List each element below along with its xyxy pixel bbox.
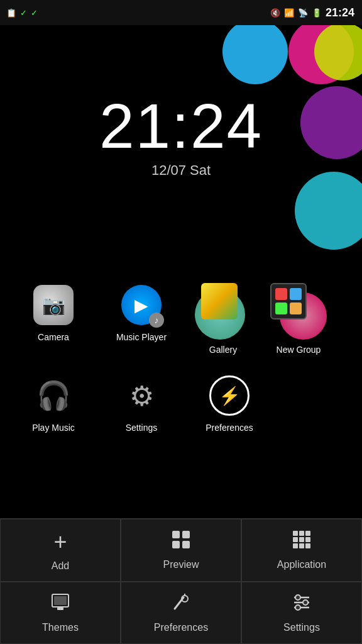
preferences-label: Preferences bbox=[206, 423, 253, 433]
battery-icon: 🔋 bbox=[312, 8, 322, 18]
gallery-flower bbox=[201, 283, 238, 319]
music-player-icon: ▶ bbox=[121, 285, 162, 325]
svg-point-1 bbox=[222, 25, 288, 84]
clock-status: 21:24 bbox=[326, 6, 354, 19]
svg-rect-13 bbox=[299, 537, 304, 542]
app-grid: 📷 Camera ▶ Music Player Gallery bbox=[0, 277, 362, 458]
app-music-player[interactable]: ▶ Music Player bbox=[107, 283, 176, 355]
svg-rect-7 bbox=[172, 541, 180, 548]
signal-icon: 📡 bbox=[298, 8, 308, 18]
toolbar-themes[interactable]: Themes bbox=[0, 582, 121, 645]
status-bar: 📋 ✓ ✓ 🔇 📶 📡 🔋 21:24 bbox=[0, 0, 362, 25]
gallery-img-icon bbox=[201, 283, 238, 319]
svg-point-28 bbox=[295, 605, 300, 610]
notification-icon: 📋 bbox=[6, 8, 16, 18]
clock-time: 21:24 bbox=[0, 94, 362, 157]
preferences-toolbar-label: Preferences bbox=[154, 622, 208, 633]
new-group-label: New Group bbox=[277, 345, 321, 355]
settings-label: Settings bbox=[126, 423, 158, 433]
camera-icon: 📷 bbox=[33, 285, 74, 325]
settings-toolbar-label: Settings bbox=[283, 622, 320, 633]
svg-rect-19 bbox=[54, 596, 67, 605]
toolbar-preferences[interactable]: Preferences bbox=[121, 582, 241, 645]
svg-point-2 bbox=[314, 25, 362, 80]
themes-label: Themes bbox=[42, 622, 79, 633]
ng-dot-3 bbox=[275, 303, 287, 314]
application-icon bbox=[292, 530, 312, 554]
check-icon: ✓ bbox=[20, 8, 27, 18]
ng-dot-1 bbox=[275, 288, 287, 300]
new-group-icon-wrapper bbox=[270, 283, 327, 340]
preview-label: Preview bbox=[163, 559, 199, 570]
svg-rect-11 bbox=[305, 531, 310, 536]
svg-point-4 bbox=[295, 172, 362, 250]
svg-rect-20 bbox=[57, 608, 63, 610]
app-camera[interactable]: 📷 Camera bbox=[19, 283, 88, 355]
application-label: Application bbox=[277, 559, 326, 570]
play-music-label: Play Music bbox=[32, 423, 75, 433]
play-music-icon-wrapper: 🎧 bbox=[31, 374, 75, 418]
clock-area: 21:24 12/07 Sat bbox=[0, 94, 362, 179]
preferences-toolbar-icon bbox=[171, 592, 191, 617]
themes-icon bbox=[50, 592, 70, 617]
settings-icon-wrapper: ⚙ bbox=[119, 374, 163, 418]
toolbar-application[interactable]: Application bbox=[241, 519, 362, 582]
gallery-label: Gallery bbox=[209, 345, 237, 355]
gallery-blob bbox=[195, 283, 251, 340]
ng-dot-4 bbox=[290, 303, 302, 314]
add-icon: + bbox=[53, 529, 67, 555]
app-gallery[interactable]: Gallery bbox=[195, 283, 251, 355]
svg-rect-6 bbox=[182, 531, 190, 538]
settings-toolbar-icon bbox=[292, 592, 312, 617]
app-preferences[interactable]: ⚡ Preferences bbox=[195, 374, 264, 433]
toolbar-preview[interactable]: Preview bbox=[121, 519, 241, 582]
app-row-2: 🎧 Play Music ⚙ Settings ⚡ Preferences bbox=[13, 374, 349, 433]
preferences-icon: ⚡ bbox=[209, 375, 250, 416]
svg-point-0 bbox=[288, 25, 354, 84]
app-new-group[interactable]: New Group bbox=[270, 283, 327, 355]
svg-rect-15 bbox=[293, 543, 298, 548]
status-right-icons: 🔇 📶 📡 🔋 21:24 bbox=[270, 6, 354, 19]
play-music-icon: 🎧 bbox=[33, 375, 74, 416]
add-label: Add bbox=[52, 560, 69, 572]
new-group-img-icon bbox=[270, 283, 307, 319]
svg-rect-16 bbox=[299, 543, 304, 548]
app-settings[interactable]: ⚙ Settings bbox=[107, 374, 176, 433]
svg-rect-8 bbox=[182, 541, 190, 548]
new-group-blob bbox=[270, 283, 327, 340]
app-row-1: 📷 Camera ▶ Music Player Gallery bbox=[13, 283, 349, 355]
camera-label: Camera bbox=[38, 332, 69, 342]
status-left-icons: 📋 ✓ ✓ bbox=[6, 8, 38, 18]
svg-rect-10 bbox=[299, 531, 304, 536]
wifi-icon: 📶 bbox=[284, 8, 294, 18]
toolbar-settings[interactable]: Settings bbox=[241, 582, 362, 645]
ng-dot-2 bbox=[290, 288, 302, 300]
preferences-icon-wrapper: ⚡ bbox=[207, 374, 251, 418]
svg-rect-17 bbox=[305, 543, 310, 548]
preview-icon bbox=[171, 530, 191, 554]
camera-icon-wrapper: 📷 bbox=[31, 283, 75, 327]
settings-icon: ⚙ bbox=[121, 375, 162, 416]
clock-date: 12/07 Sat bbox=[0, 162, 362, 179]
svg-rect-12 bbox=[293, 537, 298, 542]
gallery-icon-wrapper bbox=[195, 283, 251, 340]
app-play-music[interactable]: 🎧 Play Music bbox=[19, 374, 88, 433]
music-player-label: Music Player bbox=[116, 332, 167, 342]
toolbar-add[interactable]: + Add bbox=[0, 519, 121, 582]
svg-point-26 bbox=[303, 600, 308, 605]
music-player-icon-wrapper: ▶ bbox=[119, 283, 163, 327]
svg-rect-14 bbox=[305, 537, 310, 542]
check-icon2: ✓ bbox=[31, 8, 38, 18]
bottom-toolbar: + Add Preview bbox=[0, 518, 362, 644]
mute-icon: 🔇 bbox=[270, 8, 280, 18]
svg-rect-9 bbox=[293, 531, 298, 536]
svg-point-24 bbox=[295, 595, 300, 600]
svg-rect-5 bbox=[172, 531, 180, 538]
